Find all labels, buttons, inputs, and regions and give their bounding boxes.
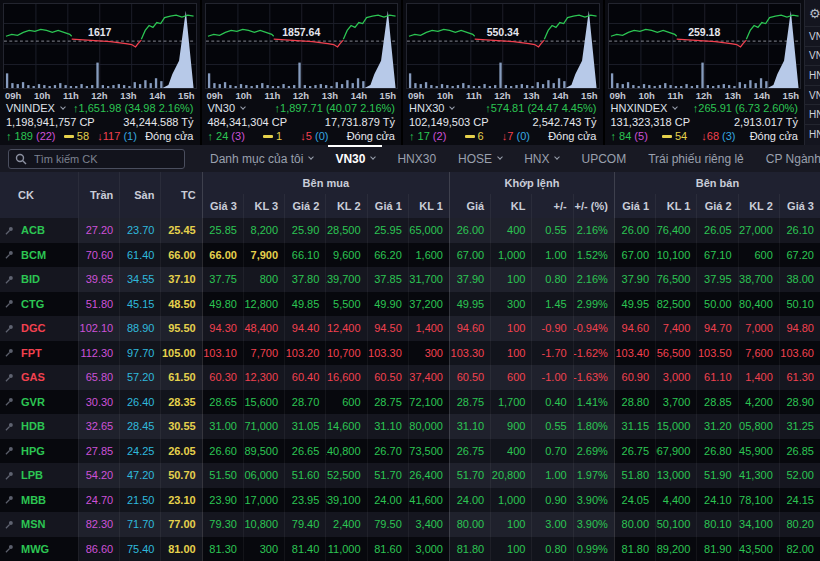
price-cell[interactable]: 60.30: [202, 365, 243, 390]
price-cell[interactable]: 37.75: [202, 267, 243, 292]
price-cell[interactable]: 94.80: [779, 316, 820, 341]
price-cell[interactable]: 1.52%: [573, 243, 614, 268]
pin-icon[interactable]: [5, 495, 14, 504]
table-row[interactable]: GAS65.8057.2061.5060.3012,30060.4016,600…: [0, 365, 820, 390]
tab-hnx30[interactable]: HNX30: [386, 145, 447, 172]
price-cell[interactable]: 26.00: [449, 218, 490, 243]
price-cell[interactable]: 105,800: [738, 414, 779, 439]
price-cell[interactable]: 67.20: [779, 243, 820, 268]
price-cell[interactable]: 76,500: [655, 267, 696, 292]
price-cell[interactable]: 15,000: [655, 414, 696, 439]
pin-icon[interactable]: [5, 544, 14, 553]
price-chart[interactable]: 1857.64: [205, 3, 399, 89]
price-cell[interactable]: -1.70: [531, 341, 572, 366]
price-cell[interactable]: 51.80: [78, 292, 119, 317]
search-input[interactable]: [32, 152, 178, 166]
tab-vn30[interactable]: VN30: [324, 145, 386, 172]
price-cell[interactable]: 82.00: [779, 537, 820, 561]
price-cell[interactable]: 60.50: [449, 365, 490, 390]
price-cell[interactable]: 49.80: [202, 292, 243, 317]
price-cell[interactable]: 41,300: [738, 463, 779, 488]
price-cell[interactable]: 60.90: [614, 365, 655, 390]
index-list-item[interactable]: HN: [805, 104, 820, 124]
table-row[interactable]: MBB24.7021.5023.1023.90317,00023.95539,1…: [0, 488, 820, 513]
price-cell[interactable]: 3.90%: [573, 512, 614, 537]
index-list-item[interactable]: VN: [805, 26, 820, 46]
price-cell[interactable]: 10,800: [243, 512, 284, 537]
price-cell[interactable]: 30.30: [78, 390, 119, 415]
price-cell[interactable]: 81.90: [696, 537, 737, 561]
price-cell[interactable]: 0.80: [531, 267, 572, 292]
price-cell[interactable]: 0.55: [531, 218, 572, 243]
ticker-cell[interactable]: DGC: [0, 316, 78, 341]
price-cell[interactable]: 28.70: [284, 390, 325, 415]
pin-icon[interactable]: [5, 520, 14, 529]
price-cell[interactable]: 89,200: [655, 537, 696, 561]
index-name[interactable]: HNX30: [409, 102, 454, 116]
price-cell[interactable]: 81.30: [202, 537, 243, 561]
price-cell[interactable]: 61.30: [779, 365, 820, 390]
price-cell[interactable]: 103.40: [614, 341, 655, 366]
price-cell[interactable]: 50.10: [779, 292, 820, 317]
table-row[interactable]: BCM70.6061.4066.0066.007,90066.109,60066…: [0, 243, 820, 268]
tab-upcom[interactable]: UPCOM: [570, 145, 637, 172]
price-cell[interactable]: 37.85: [367, 267, 408, 292]
price-cell[interactable]: 75.40: [119, 537, 160, 561]
price-cell[interactable]: 100: [490, 316, 531, 341]
price-cell[interactable]: 80,000: [408, 414, 449, 439]
price-cell[interactable]: 27.20: [78, 218, 119, 243]
price-cell[interactable]: 21.50: [119, 488, 160, 513]
price-cell[interactable]: 102.10: [78, 316, 119, 341]
price-cell[interactable]: 8,200: [243, 218, 284, 243]
price-chart[interactable]: 550.34: [406, 3, 600, 89]
price-cell[interactable]: 24.70: [78, 488, 119, 513]
price-cell[interactable]: 52.00: [779, 463, 820, 488]
price-cell[interactable]: 37.10: [160, 267, 201, 292]
price-cell[interactable]: 0.90: [531, 488, 572, 513]
tab-cp-ng-nh[interactable]: CP Ngành: [755, 145, 820, 172]
price-cell[interactable]: 400: [490, 218, 531, 243]
table-row[interactable]: MSN82.3071.7077.0079.3010,80079.402,4007…: [0, 512, 820, 537]
price-cell[interactable]: 26.80: [696, 439, 737, 464]
price-cell[interactable]: 94.70: [696, 316, 737, 341]
price-cell[interactable]: 26.75: [449, 439, 490, 464]
price-cell[interactable]: 12,400: [325, 316, 366, 341]
price-cell[interactable]: 32.65: [78, 414, 119, 439]
price-cell[interactable]: 80.00: [449, 512, 490, 537]
price-cell[interactable]: 51.50: [202, 463, 243, 488]
price-cell[interactable]: 37.90: [614, 267, 655, 292]
price-cell[interactable]: 317,000: [243, 488, 284, 513]
tab-hnx[interactable]: HNX: [513, 145, 570, 172]
price-cell[interactable]: 2.16%: [573, 218, 614, 243]
price-cell[interactable]: 2,067,900: [655, 439, 696, 464]
price-cell[interactable]: 45.15: [119, 292, 160, 317]
price-cell[interactable]: 26.05: [696, 218, 737, 243]
price-cell[interactable]: 80.10: [696, 512, 737, 537]
price-cell[interactable]: 61.10: [696, 365, 737, 390]
price-cell[interactable]: 82.30: [78, 512, 119, 537]
price-cell[interactable]: 26.70: [367, 439, 408, 464]
index-name[interactable]: VNINDEX: [6, 102, 65, 116]
table-row[interactable]: FPT112.3097.70105.00103.107,700103.2010,…: [0, 341, 820, 366]
price-cell[interactable]: 79.40: [284, 512, 325, 537]
price-cell[interactable]: 48.50: [160, 292, 201, 317]
price-cell[interactable]: 9,600: [325, 243, 366, 268]
price-cell[interactable]: 81.00: [160, 537, 201, 561]
pin-icon[interactable]: [5, 373, 14, 382]
price-cell[interactable]: 52,500: [325, 463, 366, 488]
price-cell[interactable]: 2.16%: [573, 267, 614, 292]
price-cell[interactable]: 100: [490, 267, 531, 292]
price-cell[interactable]: 24.10: [696, 488, 737, 513]
price-cell[interactable]: 178,100: [738, 488, 779, 513]
price-cell[interactable]: 140,800: [325, 439, 366, 464]
price-cell[interactable]: 350,100: [655, 512, 696, 537]
ticker-cell[interactable]: ACB: [0, 218, 78, 243]
price-cell[interactable]: 31.05: [284, 414, 325, 439]
price-cell[interactable]: 0.55: [531, 414, 572, 439]
price-cell[interactable]: 1,700: [490, 390, 531, 415]
price-cell[interactable]: 106,000: [243, 463, 284, 488]
price-cell[interactable]: 176,400: [655, 218, 696, 243]
price-cell[interactable]: 50.70: [160, 463, 201, 488]
tab-hose[interactable]: HOSE: [447, 145, 513, 172]
price-cell[interactable]: 103.30: [367, 341, 408, 366]
